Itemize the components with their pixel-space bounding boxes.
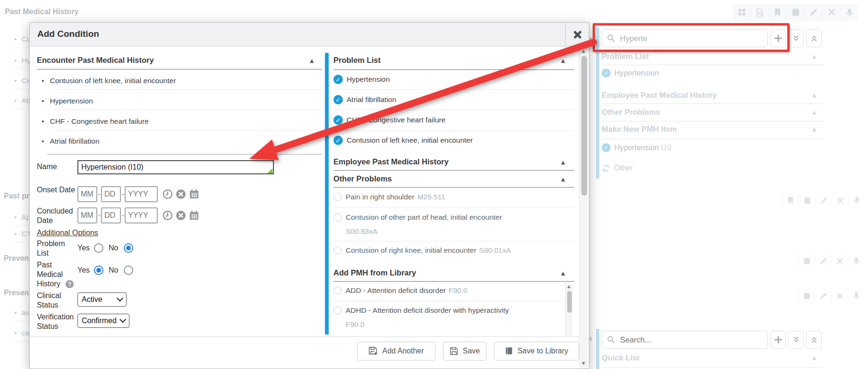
sidebar-item-other[interactable]: Other [602,164,633,172]
bg-section-title-present: Presen [4,289,29,297]
pencil-icon[interactable] [815,193,832,208]
encounter-pmh-item[interactable]: •Atrial fibrillation [42,137,100,146]
problem-list-item[interactable]: ✓Hypertension [333,75,390,84]
verification-status-select[interactable]: Confirmed [77,314,129,328]
employee-pmh-header[interactable]: Employee Past Medical History [333,157,449,166]
other-problem-item[interactable]: Contusion of right knee, initial encount… [333,246,511,255]
pencil-icon[interactable] [804,4,822,21]
modal-close-button[interactable] [565,23,589,46]
chevron-up-icon[interactable]: ▲ [812,93,816,98]
help-icon[interactable]: ? [66,280,74,288]
microphone-icon[interactable] [840,4,858,21]
chevron-up-icon[interactable]: ▲ [310,58,314,63]
save-to-library-button[interactable]: Save to Library [494,342,579,360]
chevron-up-icon[interactable]: ▲ [561,160,565,165]
microphone-icon[interactable] [848,288,864,303]
sidebar-item-hypertension[interactable]: ✓ Hypertension [602,69,659,77]
calendar-icon[interactable] [189,210,199,221]
clear-date-icon[interactable] [176,189,186,199]
save-button[interactable]: Save [443,342,486,360]
problem-list-item[interactable]: ✓CHF - Congestive heart failure [333,115,445,125]
concluded-year-input[interactable] [125,207,158,223]
problem-list-item[interactable]: ✓Atrial fibrillation [333,95,396,104]
pencil-icon[interactable] [815,288,831,303]
collapse-all-button[interactable] [806,29,822,47]
concluded-month-input[interactable] [77,207,97,223]
bookmark-icon[interactable] [782,193,799,208]
sidebar-section-other-problems[interactable]: Other Problems [602,108,660,117]
clock-icon[interactable] [162,189,173,199]
name-label: Name [37,162,77,172]
library-item[interactable]: ADHD - Attention deficit disorder with h… [333,306,509,315]
chevron-up-icon[interactable]: ▲ [812,127,816,132]
problem-list-header[interactable]: Problem List [333,56,381,65]
expand-all-button[interactable] [788,331,804,349]
clear-date-icon[interactable] [176,210,186,221]
other-problem-item[interactable]: Contusion of other part of head, initial… [333,213,502,222]
encounter-pmh-item[interactable]: •Hypertension [42,97,93,105]
document-icon[interactable] [750,4,768,21]
scrollbar-thumb[interactable] [567,291,572,313]
close-icon[interactable] [831,288,848,303]
sidebar-item-hypertension-i10[interactable]: ✓ Hypertension I10 [602,143,672,152]
problem-list-item[interactable]: ✓Contusion of left knee, initial encount… [333,136,473,145]
grid-icon[interactable] [733,4,750,21]
concluded-day-input[interactable] [101,207,121,223]
add-pmh-from-library-header[interactable]: Add PMH from Library [333,268,416,277]
pencil-icon[interactable] [815,253,831,268]
search-input[interactable] [619,335,763,345]
additional-options-link[interactable]: Additional Options [37,229,98,237]
calendar-icon[interactable] [189,189,199,199]
other-problems-header[interactable]: Other Problems [333,174,392,183]
chevron-up-icon[interactable]: ▲ [561,58,565,63]
chevron-up-icon[interactable]: ▲ [812,110,816,115]
onset-year-input[interactable] [125,186,158,202]
onset-day-input[interactable] [101,186,121,202]
microphone-icon[interactable] [848,193,865,208]
scroll-down-icon[interactable]: ▼ [582,361,585,366]
sidebar-section-make-new-pmh[interactable]: Make New PMH Item [602,125,677,134]
condition-name-input[interactable] [77,160,274,174]
chevron-up-icon[interactable]: ▲ [812,54,816,59]
sidebar-section-problem-list[interactable]: Problem List [602,52,649,61]
close-icon[interactable] [832,193,848,208]
sidebar-section-quick-list[interactable]: Quick List [602,353,639,362]
encounter-pmh-header[interactable]: Encounter Past Medical History [37,56,154,65]
pmh-no-radio[interactable] [124,266,133,275]
scroll-up-icon[interactable]: ▲ [582,49,585,53]
problem-list-no-radio[interactable] [124,243,133,253]
library-item[interactable]: ADD - Attention deficit disorderF90.0 [333,286,468,295]
bookmark-icon[interactable] [768,4,786,21]
close-icon[interactable] [831,253,848,268]
refresh-icon [602,164,610,172]
quick-list-search-box[interactable] [602,331,768,349]
book-icon[interactable] [798,253,815,268]
add-another-button[interactable]: Add Another [357,342,435,360]
book-icon[interactable] [786,4,804,21]
add-new-item-button[interactable] [771,331,786,349]
chevron-up-icon[interactable]: ▲ [561,271,565,276]
modal-scrollbar[interactable]: ▲ ▼ [579,46,588,369]
collapse-all-button[interactable] [806,331,822,349]
pmh-yes-radio[interactable] [94,266,103,275]
encounter-pmh-item[interactable]: •CHF - Congestive heart failure [42,117,149,126]
clock-icon[interactable] [162,210,173,221]
library-scrollbar[interactable]: ▲ [565,283,572,336]
scrollbar-thumb[interactable] [581,56,587,196]
ehr-screen: Past Medical History •Con •Hyp •CHF •Atr… [0,0,868,369]
microphone-icon[interactable] [848,253,864,268]
book-icon[interactable] [799,193,815,208]
chevron-up-icon[interactable]: ▲ [812,355,816,360]
sidebar-section-employee-pmh[interactable]: Employee Past Medical History [602,91,717,100]
problem-list-yes-radio[interactable] [94,243,103,253]
onset-month-input[interactable] [77,186,97,202]
book-icon[interactable] [798,288,815,303]
radio-circle-icon [333,306,342,315]
close-icon[interactable] [822,4,840,21]
other-problem-item[interactable]: Pain in right shoulderM25.511 [333,193,445,201]
encounter-pmh-item[interactable]: •Contusion of left knee, initial encount… [42,77,176,85]
scroll-up-icon[interactable]: ▲ [567,284,570,289]
chevron-up-icon[interactable]: ▲ [561,177,565,182]
clinical-status-select[interactable]: Active [77,292,127,307]
expand-all-button[interactable] [788,29,804,47]
